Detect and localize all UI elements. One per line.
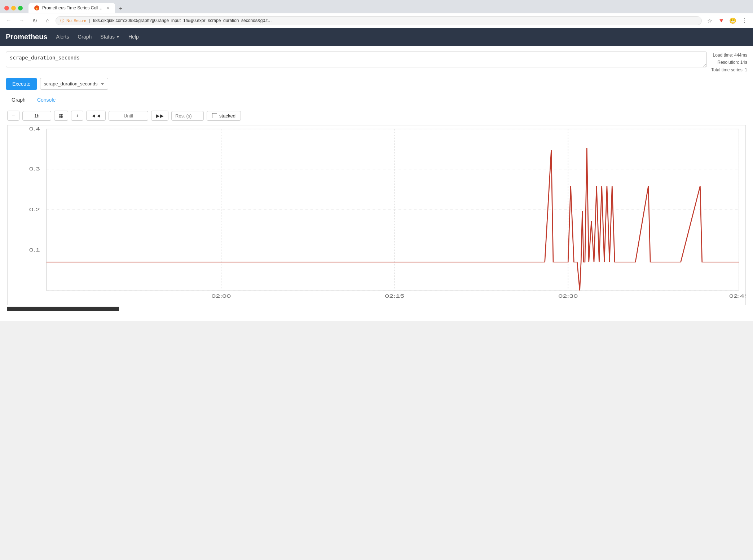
nav-status[interactable]: Status ▼ [100, 32, 120, 41]
app-navbar: Prometheus Alerts Graph Status ▼ Help [0, 28, 753, 46]
back-time-button[interactable]: ◄◄ [86, 111, 106, 121]
browser-toolbar: ← → ↻ ⌂ ⓘ Not Secure | k8s.qikqiak.com:3… [0, 13, 753, 28]
tab-console[interactable]: Console [31, 94, 61, 106]
tab-favicon: 🔥 [34, 5, 39, 10]
tab-close-button[interactable]: × [106, 5, 109, 11]
query-row: scrape_duration_seconds Load time: 444ms… [6, 52, 747, 74]
maximize-dot[interactable] [18, 6, 23, 10]
stacked-button[interactable]: stacked [207, 111, 241, 121]
graph-panel: − 1h ▦ + ◄◄ ▶▶ stacked [6, 106, 747, 315]
browser-tabs: 🔥 Prometheus Time Series Colle… × + [28, 3, 125, 13]
svg-text:02:00: 02:00 [211, 294, 231, 299]
total-series: Total time series: 1 [711, 66, 747, 74]
browser-tab-active[interactable]: 🔥 Prometheus Time Series Colle… × [28, 3, 115, 13]
until-input[interactable] [109, 111, 148, 121]
svg-text:02:15: 02:15 [385, 294, 404, 299]
controls-row: Execute scrape_duration_seconds [6, 78, 747, 90]
menu-button[interactable]: ⋮ [739, 15, 749, 26]
tab-title: Prometheus Time Series Colle… [42, 5, 104, 10]
browser-titlebar: 🔥 Prometheus Time Series Colle… × + [0, 0, 753, 13]
url-bar[interactable]: ⓘ Not Secure | k8s.qikqiak.com:30980/gra… [56, 16, 702, 25]
chart-scrollbar[interactable] [7, 307, 119, 311]
load-time: Load time: 444ms [711, 52, 747, 59]
zoom-out-button[interactable]: − [7, 111, 19, 121]
nav-graph[interactable]: Graph [78, 32, 92, 41]
app-container: Prometheus Alerts Graph Status ▼ Help sc… [0, 28, 753, 321]
minimize-dot[interactable] [11, 6, 16, 10]
chart-container: 0.4 0.3 0.2 0.1 02:00 02:15 02:30 02:45 [7, 125, 746, 305]
close-dot[interactable] [4, 6, 9, 10]
back-time-icon: ◄◄ [91, 113, 101, 119]
graph-controls: − 1h ▦ + ◄◄ ▶▶ stacked [6, 111, 747, 121]
back-button[interactable]: ← [4, 15, 14, 26]
forward-time-icon: ▶▶ [156, 113, 164, 119]
emoji-button[interactable]: 😬 [728, 15, 738, 26]
forward-button[interactable]: → [17, 15, 27, 26]
calendar-button[interactable]: ▦ [54, 111, 68, 121]
status-dropdown-arrow: ▼ [116, 35, 120, 39]
browser-chrome: 🔥 Prometheus Time Series Colle… × + ← → … [0, 0, 753, 28]
svg-text:0.3: 0.3 [29, 167, 40, 172]
query-input[interactable]: scrape_duration_seconds [6, 52, 707, 67]
plus-icon: + [76, 113, 79, 119]
execute-button[interactable]: Execute [6, 78, 37, 90]
new-tab-button[interactable]: + [116, 4, 125, 13]
tabs-row: Graph Console [6, 94, 747, 106]
svg-text:0.1: 0.1 [29, 248, 40, 253]
svg-text:02:45: 02:45 [729, 294, 745, 299]
zoom-in-button[interactable]: + [71, 111, 83, 121]
reload-button[interactable]: ↻ [30, 15, 40, 26]
metric-select[interactable]: scrape_duration_seconds [40, 78, 108, 90]
home-button[interactable]: ⌂ [43, 15, 53, 26]
svg-text:0.4: 0.4 [29, 126, 40, 132]
security-icon: ⓘ [60, 18, 64, 23]
main-content: scrape_duration_seconds Load time: 444ms… [0, 46, 753, 321]
resolution-input[interactable] [171, 111, 204, 121]
url-text: k8s.qikqiak.com:30980/graph?g0.range_inp… [93, 18, 697, 23]
bookmark-button[interactable]: ☆ [705, 15, 715, 26]
stacked-checkbox [212, 113, 217, 118]
svg-text:02:30: 02:30 [558, 294, 578, 299]
app-brand: Prometheus [6, 33, 48, 41]
nav-help[interactable]: Help [128, 32, 139, 41]
meta-info: Load time: 444ms Resolution: 14s Total t… [711, 52, 747, 74]
nav-alerts[interactable]: Alerts [56, 32, 69, 41]
time-range-input[interactable]: 1h [22, 111, 51, 121]
browser-dots [4, 6, 23, 10]
extension-button[interactable]: 🔻 [716, 15, 726, 26]
url-actions: ☆ 🔻 😬 ⋮ [705, 15, 749, 26]
chart-svg: 0.4 0.3 0.2 0.1 02:00 02:15 02:30 02:45 [8, 125, 745, 305]
calendar-icon: ▦ [59, 113, 63, 119]
forward-time-button[interactable]: ▶▶ [151, 111, 168, 121]
svg-text:0.2: 0.2 [29, 207, 40, 212]
minus-icon: − [12, 113, 15, 119]
url-security-label: Not Secure [66, 18, 86, 23]
tab-graph[interactable]: Graph [6, 94, 31, 106]
stacked-label: stacked [219, 113, 235, 119]
resolution: Resolution: 14s [711, 59, 747, 66]
